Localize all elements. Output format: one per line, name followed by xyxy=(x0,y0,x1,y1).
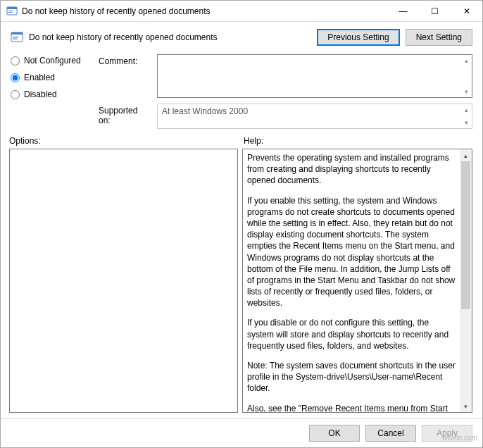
comment-label: Comment: xyxy=(99,54,151,98)
radio-disabled-label: Disabled xyxy=(24,89,57,99)
state-radio-group: Not Configured Enabled Disabled xyxy=(11,54,92,129)
supported-on-box: At least Windows 2000 ▴ ▾ xyxy=(157,104,472,129)
help-paragraph: Note: The system saves document shortcut… xyxy=(247,360,456,394)
help-label: Help: xyxy=(244,136,263,146)
scrollbar-thumb[interactable] xyxy=(461,161,470,309)
app-icon xyxy=(6,6,18,17)
radio-not-configured-label: Not Configured xyxy=(24,56,81,66)
help-scrollbar[interactable]: ▴ ▾ xyxy=(460,149,472,412)
scroll-up-icon[interactable]: ▴ xyxy=(461,56,471,66)
help-pane[interactable]: Prevents the operating system and instal… xyxy=(243,149,460,412)
cancel-button[interactable]: Cancel xyxy=(365,425,416,442)
header-row: Do not keep history of recently opened d… xyxy=(1,22,482,49)
window-controls: — ☐ ✕ xyxy=(387,1,482,21)
comment-row: Comment: ▴ ▾ xyxy=(99,54,472,98)
help-paragraph: If you disable or do not configure this … xyxy=(247,317,456,351)
config-area: Not Configured Enabled Disabled Comment:… xyxy=(1,49,482,129)
radio-not-configured[interactable]: Not Configured xyxy=(11,56,92,66)
help-pane-wrap: Prevents the operating system and instal… xyxy=(242,149,472,413)
help-paragraph: Prevents the operating system and instal… xyxy=(247,152,456,187)
ok-button[interactable]: OK xyxy=(309,425,360,442)
scroll-down-icon[interactable]: ▾ xyxy=(461,118,471,127)
dialog-footer: OK Cancel Apply xyxy=(1,418,482,447)
help-paragraph: Also, see the "Remove Recent Items menu … xyxy=(247,403,456,412)
scroll-down-icon[interactable]: ▾ xyxy=(460,400,472,412)
title-bar: Do not keep history of recently opened d… xyxy=(1,1,482,22)
radio-disabled[interactable]: Disabled xyxy=(11,89,92,99)
supported-label: Supported on: xyxy=(99,104,151,129)
minimize-button[interactable]: — xyxy=(387,1,419,21)
policy-icon xyxy=(11,31,23,44)
radio-enabled[interactable]: Enabled xyxy=(11,73,92,82)
window-title: Do not keep history of recently opened d… xyxy=(22,6,387,16)
svg-rect-5 xyxy=(11,32,23,35)
svg-rect-6 xyxy=(13,37,18,37)
comment-input[interactable]: ▴ ▾ xyxy=(157,54,472,98)
pane-labels: Options: Help: xyxy=(1,129,482,147)
scroll-down-icon[interactable]: ▾ xyxy=(461,87,471,97)
next-setting-button[interactable]: Next Setting xyxy=(406,29,472,46)
svg-rect-3 xyxy=(8,12,12,13)
radio-not-configured-input[interactable] xyxy=(11,56,20,66)
svg-rect-1 xyxy=(7,7,17,9)
svg-rect-2 xyxy=(8,11,13,11)
watermark: wsxdn.com xyxy=(442,434,477,442)
scrollbar-track[interactable] xyxy=(460,161,472,400)
panes-row: Prevents the operating system and instal… xyxy=(1,147,482,418)
close-button[interactable]: ✕ xyxy=(451,1,482,21)
help-paragraph: If you enable this setting, the system a… xyxy=(247,195,456,309)
previous-setting-button[interactable]: Previous Setting xyxy=(317,29,399,46)
policy-title: Do not keep history of recently opened d… xyxy=(29,32,311,42)
supported-row: Supported on: At least Windows 2000 ▴ ▾ xyxy=(99,104,472,129)
maximize-button[interactable]: ☐ xyxy=(419,1,451,21)
scroll-up-icon[interactable]: ▴ xyxy=(460,149,472,161)
radio-enabled-input[interactable] xyxy=(11,73,20,82)
svg-rect-7 xyxy=(13,39,17,39)
radio-enabled-label: Enabled xyxy=(24,73,55,82)
scroll-up-icon[interactable]: ▴ xyxy=(461,105,471,115)
options-pane[interactable] xyxy=(9,149,238,413)
fields-column: Comment: ▴ ▾ Supported on: At least Wind… xyxy=(99,54,472,129)
supported-on-value: At least Windows 2000 xyxy=(162,106,248,116)
radio-disabled-input[interactable] xyxy=(11,90,20,99)
options-label: Options: xyxy=(9,136,238,146)
